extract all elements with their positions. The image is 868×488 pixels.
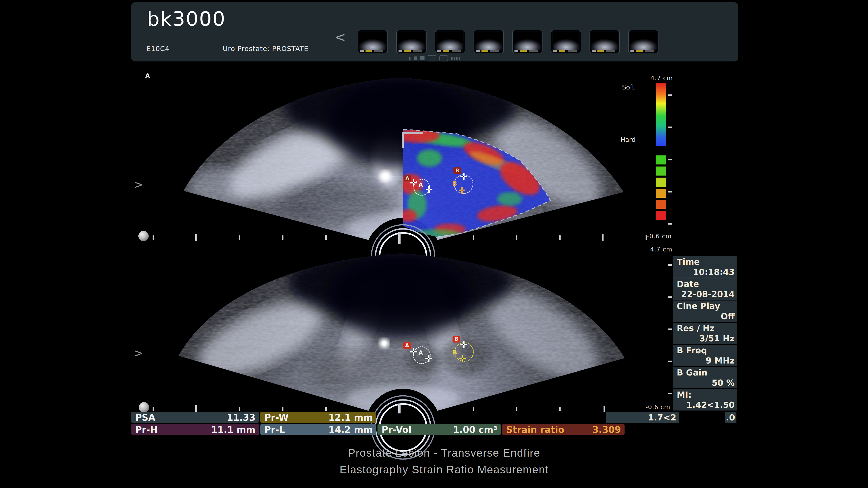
bottom-depth-label: -0.6 cm xyxy=(646,403,670,411)
info-mi-value: 1.42<1.50 xyxy=(686,400,735,410)
thumbnail-6[interactable] xyxy=(551,30,581,53)
roi-circle-b-letter-bottom: B xyxy=(453,349,457,356)
pr-h-label: Pr-H xyxy=(135,424,158,435)
header-panel: bk3000 E10C4 Uro Prostate: PROSTATE < xyxy=(131,2,738,61)
thumbnail-minibar xyxy=(476,51,499,52)
pager-page-icon xyxy=(439,55,448,61)
pager-dot xyxy=(459,57,460,60)
thumbnail-minibar xyxy=(553,51,577,52)
tis-readout-left: 1.7<2 xyxy=(606,412,679,423)
caliper-cross-b2-top[interactable] xyxy=(458,187,466,194)
marker-b-badge-bottom: B xyxy=(453,336,460,343)
info-bgain-value: 50 % xyxy=(712,378,735,388)
top-image-arrow-icon: > xyxy=(134,179,143,190)
system-info-panel: Time 10:18:43 Date 22-08-2014 Cine Play … xyxy=(673,256,737,411)
thumbnail-strip xyxy=(358,30,658,53)
info-b-freq[interactable]: B Freq 9 MHz xyxy=(673,345,737,366)
measurement-pr-l: Pr-L 14.2 mm xyxy=(260,424,376,435)
caption-line-2: Elastography Strain Ratio Measurement xyxy=(127,461,762,478)
thumbnail-image xyxy=(360,32,386,50)
swatch-4 xyxy=(656,189,666,198)
pager-dot xyxy=(456,57,458,60)
info-cine-label: Cine Play xyxy=(677,301,720,311)
info-mi: MI: 1.42<1.50 xyxy=(673,389,737,411)
thumbnail-image xyxy=(437,32,463,50)
orientation-marker: A xyxy=(145,72,150,80)
thumbnail-7[interactable] xyxy=(590,30,620,53)
bottom-image-arrow-icon: > xyxy=(134,348,143,359)
info-bfreq-label: B Freq xyxy=(677,346,707,355)
info-bfreq-value: 9 MHz xyxy=(706,356,735,365)
swatch-6 xyxy=(656,211,666,220)
thumbnail-pager[interactable] xyxy=(409,55,460,61)
info-date-label: Date xyxy=(677,279,699,289)
swatch-3 xyxy=(656,177,666,187)
info-time: Time 10:18:43 xyxy=(673,256,737,278)
measurement-pr-h: Pr-H 11.1 mm xyxy=(131,424,259,435)
caption-line-1: Prostate Lesion - Transverse Endfire xyxy=(127,445,762,461)
thumbnail-4[interactable] xyxy=(473,30,504,53)
info-date: Date 22-08-2014 xyxy=(673,278,737,300)
thumbnail-scroll-left-icon[interactable]: < xyxy=(335,30,346,44)
pr-vol-label: Pr-Vol xyxy=(381,424,412,435)
pr-l-label: Pr-L xyxy=(264,424,285,435)
thumbnail-image xyxy=(475,32,502,50)
swatch-1 xyxy=(656,156,666,164)
thumbnail-5[interactable] xyxy=(512,30,542,53)
thumbnail-3[interactable] xyxy=(435,30,465,53)
pr-h-value: 11.1 mm xyxy=(211,424,255,435)
thumbnail-minibar xyxy=(592,51,615,52)
probe-orientation-icon xyxy=(138,231,149,241)
swatch-2 xyxy=(656,166,666,175)
info-res-label: Res / Hz xyxy=(677,324,715,333)
strain-reference-swatches xyxy=(656,156,666,220)
caliper-cross-a2-top[interactable] xyxy=(426,186,433,193)
roi-circle-b-letter-top: B xyxy=(453,180,457,187)
info-date-value: 22-08-2014 xyxy=(681,289,735,299)
swatch-5 xyxy=(656,200,666,209)
info-res-value: 3/51 Hz xyxy=(700,334,735,344)
elasticity-colorbar xyxy=(656,83,666,147)
thumbnail-minibar xyxy=(437,51,461,52)
info-b-gain[interactable]: B Gain 50 % xyxy=(673,367,737,388)
thumbnail-image xyxy=(553,32,579,50)
pager-page-icon xyxy=(428,55,436,61)
info-bgain-label: B Gain xyxy=(677,368,707,378)
thumbnail-image xyxy=(630,32,657,50)
info-cine-play[interactable]: Cine Play Off xyxy=(673,300,737,322)
thumbnail-8[interactable] xyxy=(628,30,658,53)
marker-b-badge-top: B xyxy=(454,167,461,174)
ultrasound-canvas xyxy=(0,0,868,488)
device-title: bk3000 xyxy=(147,7,226,31)
thumbnail-image xyxy=(398,32,425,50)
thumbnail-image xyxy=(514,32,541,50)
transducer-label: E10C4 xyxy=(147,45,169,53)
info-time-label: Time xyxy=(677,257,700,267)
roi-circle-a-letter-top: A xyxy=(418,182,423,188)
pager-bar-icon xyxy=(414,57,417,60)
measurement-psa: PSA 11.33 xyxy=(131,412,259,423)
info-res-hz[interactable]: Res / Hz 3/51 Hz xyxy=(673,323,737,344)
thumbnail-2[interactable] xyxy=(396,30,427,53)
measurement-pr-vol: Pr-Vol 1.00 cm³ xyxy=(377,424,501,435)
pager-grid-icon xyxy=(420,56,425,60)
roi-circle-a-letter-bottom: A xyxy=(418,350,423,356)
measurement-pr-w: Pr-W 12.1 mm xyxy=(260,412,376,423)
tis-value-right: .0 xyxy=(726,413,735,422)
thumbnail-1[interactable] xyxy=(358,30,388,53)
hard-label: Hard xyxy=(620,136,636,143)
thumbnail-minibar xyxy=(360,51,383,52)
thumbnail-minibar xyxy=(515,51,538,52)
marker-a-badge-bottom: A xyxy=(403,342,411,349)
tis-readout-right: .0 xyxy=(725,412,737,423)
caliper-cross-a2-bottom[interactable] xyxy=(425,355,432,362)
measurement-strain-ratio: Strain ratio 3.309 xyxy=(502,424,625,435)
strain-ratio-value: 3.309 xyxy=(592,424,621,435)
psa-label: PSA xyxy=(135,412,155,423)
strain-ratio-label: Strain ratio xyxy=(506,424,564,435)
thumbnail-minibar xyxy=(399,51,422,52)
mid-horizontal-ruler xyxy=(153,232,647,244)
info-mi-label: MI: xyxy=(677,390,691,400)
caliper-cross-b2-bottom[interactable] xyxy=(459,355,466,362)
soft-label: Soft xyxy=(622,84,634,91)
